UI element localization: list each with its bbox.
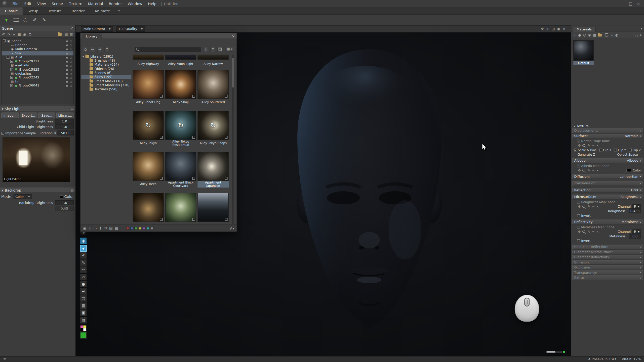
checkbox[interactable] — [629, 149, 632, 151]
lock-icon[interactable]: ● — [66, 39, 68, 42]
curve-tool-icon[interactable]: ↩ — [80, 288, 87, 294]
visibility-icon[interactable]: ○ — [70, 39, 72, 42]
workspace-tab-render[interactable]: Render — [67, 7, 90, 15]
pen-select-icon[interactable]: ✎ — [41, 17, 47, 23]
thumb-checkbox[interactable] — [225, 218, 227, 221]
swatch-white[interactable] — [83, 328, 86, 331]
checkbox[interactable] — [599, 149, 602, 151]
shade-icon[interactable]: ◐ — [615, 33, 618, 37]
folder-icon[interactable] — [598, 33, 602, 36]
expand-toggle[interactable]: + — [10, 84, 13, 87]
lock-icon[interactable]: ● — [66, 76, 68, 79]
collapse-icon[interactable]: ▼ — [2, 107, 4, 110]
color-filter[interactable] — [147, 227, 149, 230]
color-swatch[interactable] — [626, 169, 631, 172]
prop-transmission[interactable]: Transmission:▾ — [572, 181, 643, 186]
backdrop-color-swatch[interactable] — [60, 195, 63, 198]
expand-toggle[interactable]: + — [10, 68, 13, 71]
swatch-yellow[interactable] — [83, 325, 86, 328]
collapse-icon[interactable]: ▸ — [574, 125, 575, 127]
library-titlebar[interactable]: Library × — [80, 33, 236, 39]
forward-icon[interactable]: → — [97, 47, 102, 52]
menu-item-render[interactable]: Render — [106, 0, 125, 7]
paint-icon[interactable]: ✎ — [587, 230, 590, 233]
pencil-tool-icon[interactable]: ✏ — [80, 266, 87, 273]
flag-flip-x[interactable]: Flip X — [599, 148, 611, 152]
sky-item-apartment-block-courtyard[interactable]: Apartment Block Courtyard — [165, 152, 196, 188]
prop-texture[interactable]: ▸Texture — [572, 124, 643, 128]
sphere-icon[interactable]: ● — [578, 33, 581, 37]
home-icon[interactable]: ⌂ — [83, 47, 88, 52]
zoom-icon[interactable] — [582, 205, 586, 208]
link-icon[interactable]: ∞ — [610, 33, 613, 37]
panel-menu-icon[interactable]: ▤ — [71, 189, 73, 192]
list-view-icon[interactable]: ▤ — [109, 226, 113, 230]
sky-item-alley-tokyo-residential[interactable]: ↻Alley Tokyo Residential — [165, 111, 196, 147]
lock-icon[interactable]: ● — [66, 48, 68, 51]
eye-icon[interactable]: ◉ — [588, 33, 591, 37]
mode-select[interactable]: Color ▼ — [13, 194, 32, 199]
thumb-checkbox[interactable] — [160, 136, 163, 139]
up-icon[interactable]: ↑ — [104, 47, 109, 52]
collapse-icon[interactable]: ▼ — [2, 189, 4, 192]
settings-icon[interactable]: ⚙ — [28, 32, 32, 36]
color-filter[interactable] — [126, 227, 129, 230]
eraser-tool-icon[interactable]: ▱ — [80, 274, 87, 280]
skylight-button-image[interactable]: Image... — [1, 112, 19, 118]
lock-icon[interactable]: ● — [66, 64, 68, 67]
prop-diffusion[interactable]: Diffusion:Lambertian▾ — [572, 174, 643, 179]
child-brightness-field[interactable]: 1.0 — [55, 124, 74, 129]
color-filter[interactable] — [151, 227, 153, 230]
list-view-icon[interactable]: ▤ — [64, 32, 68, 36]
sky-item-alley-shuttered[interactable]: Alley Shuttered — [197, 70, 229, 106]
thumb-checkbox[interactable] — [192, 177, 195, 180]
camera-tool-icon[interactable]: ▣ — [80, 309, 87, 316]
sphere-preview-icon[interactable]: ◉ — [83, 226, 86, 230]
sky-thumbnail[interactable] — [133, 152, 164, 181]
lock-icon[interactable]: ● — [66, 52, 68, 55]
workspace-tab-setup[interactable]: Setup — [23, 7, 43, 15]
thumb-checkbox[interactable] — [225, 95, 227, 98]
scene-node-eyelashes[interactable]: ▤eyelashes●○ — [2, 71, 74, 75]
importance-checkbox[interactable] — [1, 131, 4, 134]
preview-shape-icon[interactable]: ◎ — [583, 33, 586, 37]
channel-select[interactable]: R▾ — [632, 204, 641, 209]
sky-item-alley-tokyo[interactable]: ↻Alley Tokyo — [133, 111, 164, 147]
material-preview-sphere[interactable] — [573, 40, 594, 61]
visibility-toggle-icon[interactable]: ◉ — [23, 32, 26, 36]
rotation-stepper-icon[interactable]: ⇅ — [54, 131, 56, 134]
channel-select[interactable]: R▾ — [632, 229, 641, 234]
popout-icon[interactable]: ↗ — [70, 26, 73, 30]
sky-thumbnail-partial[interactable] — [165, 55, 196, 60]
grid-icon[interactable]: ▦ — [593, 33, 596, 37]
undo-icon[interactable]: ↶ — [2, 32, 5, 36]
visibility-icon[interactable]: ○ — [70, 60, 72, 63]
skylight-button-export[interactable]: Export... — [20, 112, 37, 118]
thumb-checkbox[interactable] — [192, 218, 195, 221]
minimize-button[interactable]: – — [619, 0, 627, 7]
close-icon[interactable]: × — [563, 27, 566, 31]
menu-item-file[interactable]: File — [10, 0, 21, 7]
menu-item-help[interactable]: Help — [145, 0, 159, 7]
menu-item-edit[interactable]: Edit — [21, 0, 34, 7]
visibility-icon[interactable]: ○ — [70, 68, 72, 71]
prop-value[interactable]: GGX — [631, 188, 638, 192]
scene-node-render[interactable]: ▭Render●○ — [2, 43, 74, 47]
library-folder-scenes-6[interactable]: Scenes (6) — [81, 71, 131, 75]
visibility-icon[interactable]: ○ — [70, 80, 72, 83]
edit-icon[interactable]: ✏ — [592, 205, 594, 208]
cursor-tool-icon[interactable]: ➤ — [80, 245, 87, 251]
skylight-button-save[interactable]: Save... — [38, 112, 56, 118]
screen-icon[interactable]: ▭ — [93, 226, 97, 230]
prop-displacement[interactable]: Displacement:▾ — [572, 128, 643, 133]
prop-transparency[interactable]: Transparency:▾ — [572, 270, 643, 275]
visibility-icon[interactable]: ○ — [70, 56, 72, 59]
add-icon[interactable]: + — [12, 32, 15, 36]
library-folder-smart-masks-18[interactable]: Smart Masks (18) — [81, 79, 131, 83]
panel-menu-icon[interactable]: ▾ — [641, 27, 642, 30]
settings-icon[interactable]: ⚙ — [578, 168, 581, 172]
prop-emission[interactable]: Emission:▾ — [572, 260, 643, 265]
zoom-icon[interactable] — [582, 169, 586, 172]
thumb-checkbox[interactable] — [192, 95, 195, 98]
thumb-checkbox[interactable] — [160, 177, 163, 180]
